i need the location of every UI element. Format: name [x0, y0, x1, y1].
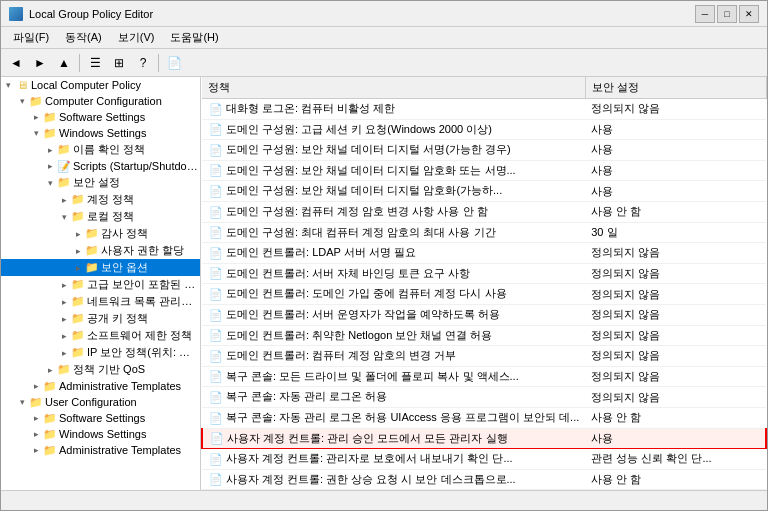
tree-expand-account-policies[interactable]: ▸ [57, 193, 71, 207]
tree-expand-software-settings-uc[interactable]: ▸ [29, 411, 43, 425]
tree-expand-local-computer-policy[interactable]: ▾ [1, 78, 15, 92]
table-row[interactable]: 📄도메인 컨트롤러: 서버 자체 바인딩 토큰 요구 사항정의되지 않음 [202, 263, 766, 284]
tree-item-software-settings-uc[interactable]: ▸📁Software Settings [1, 410, 200, 426]
setting-cell: 사용 안 함 [585, 407, 766, 428]
close-button[interactable]: ✕ [739, 5, 759, 23]
menu-item[interactable]: 도움말(H) [162, 28, 226, 47]
policy-doc-icon: 📄 [208, 472, 223, 487]
tree-item-security-settings[interactable]: ▾📁보안 설정 [1, 174, 200, 191]
maximize-button[interactable]: □ [717, 5, 737, 23]
setting-cell: 정의되지 않음 [585, 304, 766, 325]
folder-icon: 📁 [57, 143, 71, 157]
table-row[interactable]: 📄도메인 구성원: 보안 채널 데이터 디지털 암호화(가능하...사용 [202, 181, 766, 202]
table-row[interactable]: 📄복구 콘솔: 모든 드라이브 및 폴더에 플로피 복사 및 액세스...정의되… [202, 366, 766, 387]
policy-cell: 📄도메인 구성원: 보안 채널 데이터 디지털 서명(가능한 경우) [202, 140, 585, 161]
col-header-policy: 정책 [202, 77, 585, 99]
tree-expand-qos[interactable]: ▸ [43, 363, 57, 377]
table-row[interactable]: 📄도메인 컨트롤러: 도메인 가입 중에 컴퓨터 계정 다시 사용정의되지 않음 [202, 284, 766, 305]
table-row[interactable]: 📄사용자 계정 컨트롤: 관리자로 보호에서 내보내기 확인 단...관련 성능… [202, 449, 766, 470]
table-row[interactable]: 📄도메인 컨트롤러: 서버 운영자가 작업을 예약하도록 허용정의되지 않음 [202, 304, 766, 325]
tree-expand-software-restriction[interactable]: ▸ [57, 329, 71, 343]
policy-doc-icon: 📄 [208, 163, 223, 178]
tree-expand-security-options[interactable]: ▸ [71, 261, 85, 275]
tree-expand-scripts[interactable]: ▸ [43, 159, 57, 173]
tree-item-wf-advanced[interactable]: ▸📁고급 보안이 포함된 Windows [1, 276, 200, 293]
back-button[interactable]: ◄ [5, 52, 27, 74]
tree-item-name-resolution[interactable]: ▸📁이름 확인 정책 [1, 141, 200, 158]
show-hide-button[interactable]: ☰ [84, 52, 106, 74]
toolbar: ◄ ► ▲ ☰ ⊞ ? 📄 [1, 49, 767, 77]
tree-item-ip-security[interactable]: ▸📁IP 보안 정책(위치: 로컬 컴퓨 [1, 344, 200, 361]
tree-expand-windows-settings[interactable]: ▾ [29, 126, 43, 140]
tree-item-security-options[interactable]: ▸📁보안 옵션 [1, 259, 200, 276]
tree-expand-security-settings[interactable]: ▾ [43, 176, 57, 190]
tree-item-qos[interactable]: ▸📁정책 기반 QoS [1, 361, 200, 378]
tree-item-audit[interactable]: ▸📁감사 정책 [1, 225, 200, 242]
tree-expand-computer-config[interactable]: ▾ [15, 94, 29, 108]
table-row[interactable]: 📄사용자 계정 컨트롤: 관리 승인 모드에서 모든 관리자 실행사용 [202, 428, 766, 449]
tree-item-network-list[interactable]: ▸📁네트워크 목록 관리자 정책 [1, 293, 200, 310]
policy-name: 사용자 계정 컨트롤: 권한 상승 요청 시 보안 데스크톱으로... [226, 473, 516, 485]
tree-item-software-settings[interactable]: ▸📁Software Settings [1, 109, 200, 125]
policy-doc-icon: 📄 [208, 225, 223, 240]
setting-cell: 사용 [585, 160, 766, 181]
tree-item-admin-templates-uc[interactable]: ▸📁Administrative Templates [1, 442, 200, 458]
policy-cell: 📄도메인 구성원: 컴퓨터 계정 암호 변경 사항 사용 안 함 [202, 201, 585, 222]
tree-label-wf-advanced: 고급 보안이 포함된 Windows [87, 277, 200, 292]
policy-doc-icon: 📄 [208, 266, 223, 281]
policy-cell: 📄도메인 컨트롤러: 취약한 Netlogon 보안 채널 연결 허용 [202, 325, 585, 346]
tree-expand-audit[interactable]: ▸ [71, 227, 85, 241]
tree-expand-user-rights[interactable]: ▸ [71, 244, 85, 258]
policy-name: 도메인 구성원: 최대 컴퓨터 계정 암호의 최대 사용 기간 [226, 226, 496, 238]
table-row[interactable]: 📄복구 콘솔: 자동 관리 로그온 허용정의되지 않음 [202, 387, 766, 408]
table-row[interactable]: 📄사용자 계정 컨트롤: 권한 상승 요청 시 보안 데스크톱으로...사용 안… [202, 469, 766, 490]
tree-expand-wf-advanced[interactable]: ▸ [57, 278, 71, 292]
tree-expand-windows-settings-uc[interactable]: ▸ [29, 427, 43, 441]
menu-item[interactable]: 파일(F) [5, 28, 57, 47]
tree-expand-admin-templates-uc[interactable]: ▸ [29, 443, 43, 457]
table-row[interactable]: 📄복구 콘솔: 자동 관리 로그온 허용 UIAccess 응용 프로그램이 보… [202, 407, 766, 428]
sidebar: ▾🖥Local Computer Policy▾📁Computer Config… [1, 77, 201, 490]
tree-item-account-policies[interactable]: ▸📁계정 정책 [1, 191, 200, 208]
tree-expand-software-settings[interactable]: ▸ [29, 110, 43, 124]
table-row[interactable]: 📄도메인 컨트롤러: LDAP 서버 서명 필요정의되지 않음 [202, 243, 766, 264]
tree-item-local-computer-policy[interactable]: ▾🖥Local Computer Policy [1, 77, 200, 93]
setting-cell: 정의되지 않음 [585, 325, 766, 346]
new-button[interactable]: 📄 [163, 52, 185, 74]
table-row[interactable]: 📄도메인 구성원: 보안 채널 데이터 디지털 암호화 또는 서명...사용 [202, 160, 766, 181]
tree-item-software-restriction[interactable]: ▸📁소프트웨어 제한 정책 [1, 327, 200, 344]
table-row[interactable]: 📄도메인 컨트롤러: 컴퓨터 계정 암호의 변경 거부정의되지 않음 [202, 346, 766, 367]
tree-expand-user-config[interactable]: ▾ [15, 395, 29, 409]
policy-doc-icon: 📄 [208, 452, 223, 467]
forward-button[interactable]: ► [29, 52, 51, 74]
minimize-button[interactable]: ─ [695, 5, 715, 23]
tree-expand-ip-security[interactable]: ▸ [57, 346, 71, 360]
tree-item-windows-settings[interactable]: ▾📁Windows Settings [1, 125, 200, 141]
tree-item-public-key[interactable]: ▸📁공개 키 정책 [1, 310, 200, 327]
tree-expand-admin-templates-cc[interactable]: ▸ [29, 379, 43, 393]
table-row[interactable]: 📄대화형 로그온: 컴퓨터 비활성 제한정의되지 않음 [202, 99, 766, 120]
table-row[interactable]: 📄도메인 구성원: 고급 세션 키 요청(Windows 2000 이상)사용 [202, 119, 766, 140]
tree-expand-public-key[interactable]: ▸ [57, 312, 71, 326]
tree-expand-name-resolution[interactable]: ▸ [43, 143, 57, 157]
tree-item-local-policies[interactable]: ▾📁로컬 정책 [1, 208, 200, 225]
tree-item-windows-settings-uc[interactable]: ▸📁Windows Settings [1, 426, 200, 442]
tree-label-local-computer-policy: Local Computer Policy [31, 79, 141, 91]
tree-item-user-rights[interactable]: ▸📁사용자 권한 할당 [1, 242, 200, 259]
tree-item-admin-templates-cc[interactable]: ▸📁Administrative Templates [1, 378, 200, 394]
up-button[interactable]: ▲ [53, 52, 75, 74]
table-body: 📄대화형 로그온: 컴퓨터 비활성 제한정의되지 않음📄도메인 구성원: 고급 … [202, 99, 766, 491]
table-row[interactable]: 📄도메인 구성원: 컴퓨터 계정 암호 변경 사항 사용 안 함사용 안 함 [202, 201, 766, 222]
menu-item[interactable]: 동작(A) [57, 28, 110, 47]
tree-item-user-config[interactable]: ▾📁User Configuration [1, 394, 200, 410]
table-row[interactable]: 📄도메인 구성원: 보안 채널 데이터 디지털 서명(가능한 경우)사용 [202, 140, 766, 161]
menu-item[interactable]: 보기(V) [110, 28, 163, 47]
table-row[interactable]: 📄도메인 컨트롤러: 취약한 Netlogon 보안 채널 연결 허용정의되지 … [202, 325, 766, 346]
tree-expand-local-policies[interactable]: ▾ [57, 210, 71, 224]
tree-item-scripts[interactable]: ▸📝Scripts (Startup/Shutdown) [1, 158, 200, 174]
help-button[interactable]: ? [132, 52, 154, 74]
table-row[interactable]: 📄도메인 구성원: 최대 컴퓨터 계정 암호의 최대 사용 기간30 일 [202, 222, 766, 243]
tree-item-computer-config[interactable]: ▾📁Computer Configuration [1, 93, 200, 109]
properties-button[interactable]: ⊞ [108, 52, 130, 74]
tree-expand-network-list[interactable]: ▸ [57, 295, 71, 309]
